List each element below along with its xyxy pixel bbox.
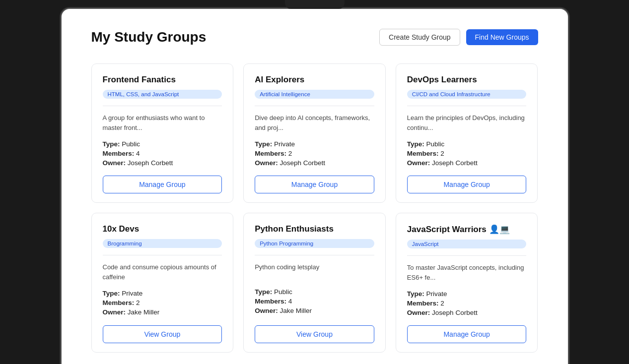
group-tag: CI/CD and Cloud Infrastructure	[407, 90, 527, 99]
group-members-row: Members: 2	[407, 150, 527, 157]
group-divider	[407, 106, 527, 106]
owner-label: Owner:	[255, 307, 278, 314]
group-owner-row: Owner: Jake Miller	[103, 308, 222, 316]
group-meta: Type: Private Members: 2 Owner: Jake Mil…	[103, 290, 222, 316]
manage-group-button[interactable]: Manage Group	[407, 176, 527, 193]
group-divider	[255, 106, 374, 106]
manage-group-button[interactable]: Manage Group	[103, 176, 222, 193]
group-description: Code and consume copious amounts of caff…	[103, 262, 222, 282]
group-divider	[103, 106, 222, 106]
group-type-row: Type: Private	[407, 290, 527, 298]
members-label: Members:	[255, 298, 286, 305]
owner-label: Owner:	[407, 309, 430, 316]
group-tag: HTML, CSS, and JavaScript	[103, 90, 222, 99]
owner-label: Owner:	[103, 308, 126, 316]
find-new-groups-button[interactable]: Find New Groups	[466, 29, 538, 45]
group-card-ai-explorers: AI Explorers Artificial Intelligence Div…	[243, 63, 386, 203]
members-label: Members:	[255, 150, 286, 157]
group-card-devops-learners: DevOps Learners CI/CD and Cloud Infrastr…	[396, 63, 538, 203]
group-description: Python coding letsplay	[255, 262, 374, 280]
group-name: AI Explorers	[255, 75, 374, 85]
group-members-row: Members: 2	[255, 150, 374, 157]
group-card-javascript-warriors: JavaScript Warriors 👤💻 JavaScript To mas…	[396, 213, 538, 353]
type-label: Type:	[255, 288, 272, 296]
group-divider	[255, 255, 374, 255]
owner-label: Owner:	[407, 159, 430, 167]
group-tag: Artificial Intelligence	[255, 90, 374, 99]
group-members-row: Members: 2	[407, 300, 527, 307]
group-type-row: Type: Private	[255, 140, 374, 148]
view-group-button[interactable]: View Group	[255, 325, 374, 343]
group-description: A group for enthusiasts who want to mast…	[103, 113, 222, 132]
group-name: 10x Devs	[103, 224, 222, 234]
type-label: Type:	[255, 140, 272, 148]
owner-label: Owner:	[255, 159, 278, 167]
type-label: Type:	[407, 140, 424, 148]
group-card-10x-devs: 10x Devs Brogramming Code and consume co…	[91, 213, 234, 353]
members-label: Members:	[103, 299, 135, 306]
create-study-group-button[interactable]: Create Study Group	[379, 29, 460, 46]
header-actions: Create Study Group Find New Groups	[379, 29, 538, 46]
group-divider	[407, 255, 527, 256]
groups-grid: Frontend Fanatics HTML, CSS, and JavaScr…	[91, 63, 538, 353]
group-meta: Type: Private Members: 2 Owner: Joseph C…	[255, 140, 374, 167]
group-owner-row: Owner: Joseph Corbett	[103, 159, 222, 167]
group-description: To master JavaScript concepts, including…	[407, 263, 527, 282]
group-card-frontend-fanatics: Frontend Fanatics HTML, CSS, and JavaScr…	[91, 63, 234, 203]
group-type-row: Type: Public	[407, 140, 527, 148]
group-owner-row: Owner: Joseph Corbett	[407, 309, 527, 316]
group-type-row: Type: Public	[103, 140, 222, 148]
owner-label: Owner:	[103, 159, 126, 167]
group-meta: Type: Private Members: 2 Owner: Joseph C…	[407, 290, 527, 316]
group-members-row: Members: 4	[255, 298, 374, 305]
group-members-row: Members: 2	[103, 299, 222, 306]
view-group-button[interactable]: View Group	[103, 325, 222, 343]
manage-group-button[interactable]: Manage Group	[255, 176, 374, 193]
group-type-row: Type: Public	[255, 288, 374, 296]
group-name: Frontend Fanatics	[103, 75, 222, 85]
page-title: My Study Groups	[91, 29, 207, 45]
group-description: Learn the principles of DevOps, includin…	[407, 113, 527, 132]
type-label: Type:	[407, 290, 424, 298]
group-name: JavaScript Warriors 👤💻	[407, 224, 527, 235]
members-label: Members:	[103, 150, 135, 157]
group-divider	[103, 255, 222, 255]
laptop-notch	[285, 0, 345, 9]
group-meta: Type: Public Members: 4 Owner: Joseph Co…	[103, 140, 222, 167]
manage-group-button[interactable]: Manage Group	[407, 325, 527, 343]
group-card-python-enthusiasts: Python Enthusiasts Python Programming Py…	[243, 213, 386, 353]
members-label: Members:	[407, 300, 439, 307]
members-label: Members:	[407, 150, 439, 157]
group-name: Python Enthusiasts	[255, 224, 374, 234]
group-type-row: Type: Private	[103, 290, 222, 297]
group-meta: Type: Public Members: 4 Owner: Jake Mill…	[255, 288, 374, 314]
group-description: Dive deep into AI concepts, frameworks, …	[255, 113, 374, 132]
group-owner-row: Owner: Joseph Corbett	[255, 159, 374, 167]
group-owner-row: Owner: Jake Miller	[255, 307, 374, 314]
laptop-screen: My Study Groups Create Study Group Find …	[62, 9, 568, 364]
group-tag: Brogramming	[103, 239, 222, 248]
page-header: My Study Groups Create Study Group Find …	[91, 29, 538, 46]
group-members-row: Members: 4	[103, 150, 222, 157]
group-owner-row: Owner: Joseph Corbett	[407, 159, 527, 167]
group-name: DevOps Learners	[407, 75, 527, 85]
type-label: Type:	[103, 140, 120, 148]
group-tag: Python Programming	[255, 239, 374, 248]
type-label: Type:	[103, 290, 120, 297]
group-tag: JavaScript	[407, 240, 527, 248]
group-meta: Type: Public Members: 2 Owner: Joseph Co…	[407, 140, 527, 167]
page-content: My Study Groups Create Study Group Find …	[62, 9, 568, 364]
